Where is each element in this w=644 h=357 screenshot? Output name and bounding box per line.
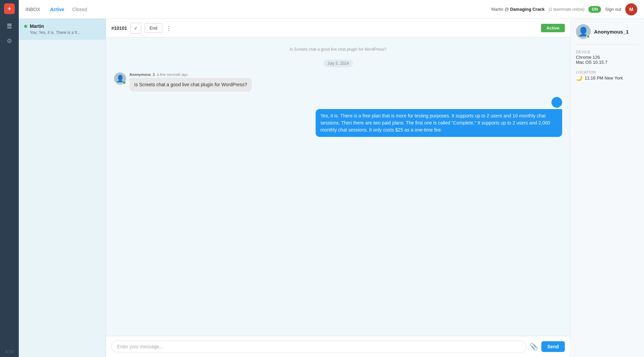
conv-item-header: Martin [24,23,100,29]
incoming-message-row: 👤 Anonymous_1 a few seconds ago Is Scree… [114,72,252,92]
signout-button[interactable]: Sign out [605,7,621,12]
rp-username: Anonymous_1 [594,29,629,35]
topnav-right: Martin @ Damaging Crack (1 teammate onli… [491,3,637,15]
settings-nav-icon[interactable]: ⚙ [3,35,15,47]
date-divider: July 5, 2024 [323,60,353,67]
main-wrapper: INBOX Active Closed Martin @ Damaging Cr… [19,0,644,357]
rp-divider [576,44,639,45]
browser-value: Chrome 126 [576,55,639,60]
chat-header: #10101 ✓ End ⋮ Active [106,19,570,38]
message-input[interactable] [111,340,526,353]
outgoing-bubble: Yes, it is. There is a free plan that is… [316,109,562,137]
outgoing-avatar [551,97,562,108]
resolve-button[interactable]: ✓ [130,23,141,34]
device-label: Device [576,50,639,54]
conv-user-name: Martin [30,23,44,29]
attach-button[interactable]: 📎 [530,343,538,351]
chat-status-badge: Active [541,24,565,32]
chat-area: #10101 ✓ End ⋮ Active Is Screets chat a … [106,19,570,357]
right-panel: 👤 Anonymous_1 Device Chrome 126 Mac OS 1… [570,19,644,357]
rp-device-section: Device Chrome 126 Mac OS 10.15.7 [576,50,639,65]
online-dot [24,25,27,28]
timezone-value: 11:16 PM New York [585,75,623,81]
send-button[interactable]: Send [541,341,565,352]
rp-avatar: 👤 [576,24,591,39]
content-area: Martin You: Yes, it is. There is a fr...… [19,19,644,357]
conversation-list: Martin You: Yes, it is. There is a fr... [19,19,106,357]
inbox-nav-icon[interactable]: ☰ [3,20,15,32]
tab-closed[interactable]: Closed [69,5,91,14]
rp-online-dot [586,35,590,38]
sidebar: + ☰ ⚙ 3.7.0 [0,0,19,357]
app-logo: + [4,3,15,14]
app-version: 3.7.0 [5,350,13,354]
teammate-count: (1 teammate online) [549,7,585,12]
rp-location-section: Location 🌙 11:16 PM New York [576,70,639,81]
end-button[interactable]: End [145,23,162,33]
inbox-label[interactable]: INBOX [25,7,40,12]
messages-container: Is Screets chat a good live chat plugin … [106,38,570,336]
top-nav: INBOX Active Closed Martin @ Damaging Cr… [19,0,644,19]
agent-avatar: M [625,3,637,15]
incoming-bubble: Is Screets chat a good live chat plugin … [129,78,252,92]
incoming-msg-content: Anonymous_1 a few seconds ago Is Screets… [129,72,252,92]
list-item[interactable]: Martin You: Yes, it is. There is a fr... [19,19,106,40]
os-value: Mac OS 10.15.7 [576,60,639,65]
location-row: 🌙 11:16 PM New York [576,75,639,81]
input-area: 📎 Send [106,336,570,357]
online-indicator [122,81,126,84]
incoming-sender: Anonymous_1 [129,72,155,76]
tab-active[interactable]: Active [47,5,68,14]
location-label: Location [576,70,639,74]
incoming-avatar: 👤 [114,72,126,85]
ticket-id: #10101 [111,26,127,31]
agent-name: Martin @ Damaging Crack [491,7,544,12]
moon-icon: 🌙 [576,75,583,81]
status-badge[interactable]: ON [588,6,601,13]
incoming-msg-meta: Anonymous_1 a few seconds ago [129,72,252,76]
rp-user-header: 👤 Anonymous_1 [576,24,639,39]
conv-preview: You: Yes, it is. There is a fr... [24,30,100,35]
tab-bar: Active Closed [47,5,91,14]
system-message: Is Screets chat a good live chat plugin … [114,47,562,52]
more-options-button[interactable]: ⋮ [166,24,172,32]
incoming-time: a few seconds ago [157,72,188,76]
